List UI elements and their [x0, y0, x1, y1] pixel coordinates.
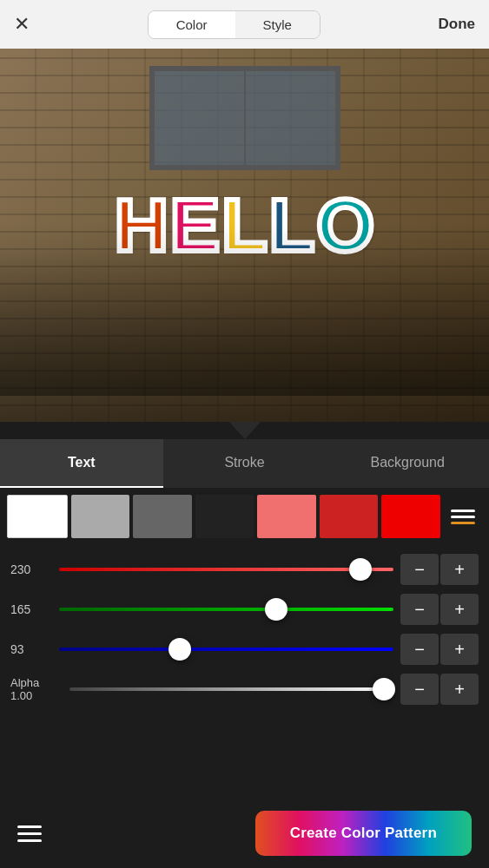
swatch-gray-light[interactable] [71, 495, 130, 538]
create-color-pattern-button[interactable]: Create Color Pattern [255, 811, 472, 856]
header: ✕ Color Style Done [0, 0, 489, 49]
green-slider-controls: − + [400, 594, 479, 625]
alpha-decrement-button[interactable]: − [400, 674, 439, 705]
blue-slider-row: 93 − + [10, 634, 479, 665]
alpha-slider-track-container [69, 687, 393, 691]
swatch-gray-mid[interactable] [133, 495, 192, 538]
green-slider-track-container [59, 608, 393, 611]
green-increment-button[interactable]: + [440, 594, 479, 625]
red-slider-thumb[interactable] [349, 558, 372, 581]
red-slider-track[interactable] [59, 568, 393, 571]
menu-line-2 [451, 516, 475, 518]
tab-style[interactable]: Style [235, 11, 320, 38]
swatch-red-dark[interactable] [381, 495, 440, 538]
green-slider-track[interactable] [59, 608, 393, 611]
red-decrement-button[interactable]: − [400, 554, 439, 585]
red-slider-controls: − + [400, 554, 479, 585]
alpha-slider-track[interactable] [69, 687, 393, 691]
color-tab-stroke[interactable]: Stroke [163, 439, 327, 488]
image-preview: H E L L O [0, 49, 489, 422]
alpha-slider-thumb[interactable] [373, 678, 395, 700]
blue-slider-thumb[interactable] [169, 638, 191, 661]
window-element [149, 66, 340, 170]
blue-slider-track-container [59, 648, 393, 651]
header-tab-group: Color Style [148, 10, 320, 39]
green-slider-label: 165 [10, 602, 52, 616]
hamburger-line-2 [17, 832, 42, 835]
blue-increment-button[interactable]: + [440, 634, 479, 665]
menu-line-3 [451, 522, 475, 524]
hamburger-line-1 [17, 825, 42, 828]
red-slider-label: 230 [10, 562, 52, 576]
green-decrement-button[interactable]: − [400, 594, 439, 625]
red-slider-track-container [59, 568, 393, 571]
green-slider-row: 165 − + [10, 594, 479, 625]
bottom-bar: Create Color Pattern [0, 799, 489, 868]
swatch-white[interactable] [7, 495, 68, 538]
swatch-menu-button[interactable] [444, 497, 482, 536]
tab-color[interactable]: Color [149, 11, 235, 38]
blue-slider-label: 93 [10, 642, 52, 656]
green-slider-thumb[interactable] [265, 598, 287, 621]
color-tab-text[interactable]: Text [0, 439, 163, 488]
alpha-slider-label: Alpha 1.00 [10, 676, 63, 702]
swatches-row [0, 488, 489, 545]
blue-slider-controls: − + [400, 634, 479, 665]
red-increment-button[interactable]: + [440, 554, 479, 585]
blue-slider-track[interactable] [59, 648, 393, 651]
menu-line-1 [451, 510, 475, 512]
color-tab-background[interactable]: Background [326, 439, 489, 488]
pointer-triangle [229, 422, 261, 439]
hamburger-button[interactable] [17, 825, 42, 842]
sliders-area: 230 − + 165 − + 93 [0, 545, 489, 722]
swatch-red-mid[interactable] [320, 495, 379, 538]
blue-decrement-button[interactable]: − [400, 634, 439, 665]
close-button[interactable]: ✕ [14, 13, 30, 36]
swatch-red-light[interactable] [257, 495, 316, 538]
alpha-slider-row: Alpha 1.00 − + [10, 674, 479, 705]
alpha-text-label: Alpha [10, 676, 63, 689]
done-button[interactable]: Done [439, 16, 476, 33]
swatch-black[interactable] [195, 495, 254, 538]
hamburger-line-3 [17, 839, 42, 842]
red-slider-row: 230 − + [10, 554, 479, 585]
bike-overlay [0, 222, 489, 396]
alpha-slider-controls: − + [400, 674, 479, 705]
alpha-value-label: 1.00 [10, 689, 63, 702]
alpha-increment-button[interactable]: + [440, 674, 479, 705]
color-tab-group: Text Stroke Background [0, 439, 489, 488]
